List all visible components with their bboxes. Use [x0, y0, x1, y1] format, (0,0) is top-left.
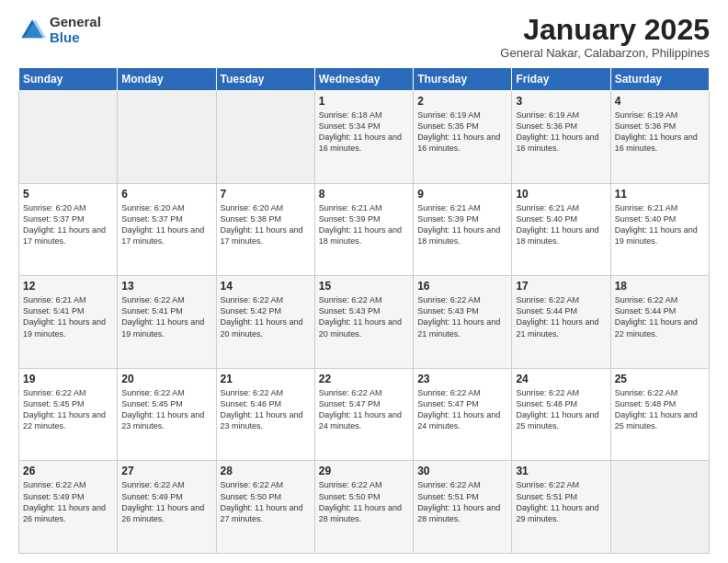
- calendar-day-cell: 23Sunrise: 6:22 AM Sunset: 5:47 PM Dayli…: [414, 368, 512, 461]
- calendar-day-cell: 12Sunrise: 6:21 AM Sunset: 5:41 PM Dayli…: [19, 276, 118, 369]
- weekday-header: Thursday: [414, 68, 512, 91]
- day-number: 29: [319, 465, 409, 477]
- weekday-header: Tuesday: [216, 68, 314, 91]
- page: General Blue January 2025 General Nakar,…: [0, 0, 728, 563]
- day-number: 27: [121, 465, 211, 477]
- day-number: 23: [417, 373, 507, 385]
- calendar-week-row: 12Sunrise: 6:21 AM Sunset: 5:41 PM Dayli…: [19, 276, 710, 369]
- calendar-day-cell: 29Sunrise: 6:22 AM Sunset: 5:50 PM Dayli…: [314, 461, 413, 554]
- calendar-day-cell: 7Sunrise: 6:20 AM Sunset: 5:38 PM Daylig…: [216, 183, 314, 276]
- calendar-day-cell: 14Sunrise: 6:22 AM Sunset: 5:42 PM Dayli…: [216, 276, 314, 369]
- calendar-day-cell: 27Sunrise: 6:22 AM Sunset: 5:49 PM Dayli…: [118, 461, 216, 554]
- day-number: 28: [221, 465, 311, 477]
- day-info: Sunrise: 6:22 AM Sunset: 5:48 PM Dayligh…: [516, 387, 606, 432]
- day-info: Sunrise: 6:22 AM Sunset: 5:49 PM Dayligh…: [121, 479, 211, 524]
- day-info: Sunrise: 6:20 AM Sunset: 5:37 PM Dayligh…: [23, 202, 113, 247]
- calendar-day-cell: 31Sunrise: 6:22 AM Sunset: 5:51 PM Dayli…: [512, 461, 610, 554]
- day-number: 26: [23, 465, 113, 477]
- day-info: Sunrise: 6:21 AM Sunset: 5:39 PM Dayligh…: [417, 202, 507, 247]
- calendar-day-cell: 8Sunrise: 6:21 AM Sunset: 5:39 PM Daylig…: [314, 183, 413, 276]
- logo-text: General Blue: [50, 15, 101, 45]
- day-info: Sunrise: 6:18 AM Sunset: 5:34 PM Dayligh…: [319, 109, 409, 155]
- calendar-day-cell: 17Sunrise: 6:22 AM Sunset: 5:44 PM Dayli…: [512, 276, 610, 369]
- calendar-day-cell: 26Sunrise: 6:22 AM Sunset: 5:49 PM Dayli…: [19, 461, 118, 554]
- day-info: Sunrise: 6:21 AM Sunset: 5:40 PM Dayligh…: [615, 202, 705, 247]
- day-info: Sunrise: 6:19 AM Sunset: 5:35 PM Dayligh…: [417, 109, 507, 155]
- logo-blue-text: Blue: [50, 30, 101, 46]
- day-info: Sunrise: 6:22 AM Sunset: 5:45 PM Dayligh…: [23, 387, 113, 432]
- day-number: 14: [221, 280, 311, 293]
- calendar-day-cell: 16Sunrise: 6:22 AM Sunset: 5:43 PM Dayli…: [414, 276, 512, 369]
- day-info: Sunrise: 6:22 AM Sunset: 5:43 PM Dayligh…: [319, 294, 409, 339]
- calendar-day-cell: 15Sunrise: 6:22 AM Sunset: 5:43 PM Dayli…: [314, 276, 413, 369]
- day-number: 30: [417, 465, 507, 477]
- day-info: Sunrise: 6:22 AM Sunset: 5:41 PM Dayligh…: [121, 294, 211, 339]
- calendar-day-cell: 5Sunrise: 6:20 AM Sunset: 5:37 PM Daylig…: [19, 183, 118, 276]
- day-number: 6: [121, 188, 211, 201]
- day-info: Sunrise: 6:19 AM Sunset: 5:36 PM Dayligh…: [615, 109, 705, 155]
- header: General Blue January 2025 General Nakar,…: [18, 15, 710, 60]
- calendar-day-cell: 22Sunrise: 6:22 AM Sunset: 5:47 PM Dayli…: [314, 368, 413, 461]
- day-info: Sunrise: 6:22 AM Sunset: 5:47 PM Dayligh…: [319, 387, 409, 432]
- day-number: 21: [221, 373, 311, 385]
- day-number: 15: [319, 280, 409, 293]
- day-info: Sunrise: 6:20 AM Sunset: 5:38 PM Dayligh…: [221, 202, 311, 247]
- calendar-day-cell: 3Sunrise: 6:19 AM Sunset: 5:36 PM Daylig…: [512, 91, 610, 184]
- day-info: Sunrise: 6:22 AM Sunset: 5:49 PM Dayligh…: [23, 479, 113, 524]
- day-number: 25: [615, 373, 705, 385]
- day-number: 22: [319, 373, 409, 385]
- day-info: Sunrise: 6:22 AM Sunset: 5:50 PM Dayligh…: [221, 479, 311, 524]
- day-info: Sunrise: 6:20 AM Sunset: 5:37 PM Dayligh…: [121, 202, 211, 247]
- day-number: 18: [615, 280, 705, 293]
- title-block: January 2025 General Nakar, Calabarzon, …: [500, 15, 710, 60]
- calendar-day-cell: 10Sunrise: 6:21 AM Sunset: 5:40 PM Dayli…: [512, 183, 610, 276]
- day-info: Sunrise: 6:22 AM Sunset: 5:45 PM Dayligh…: [121, 387, 211, 432]
- day-number: 11: [615, 188, 705, 201]
- day-info: Sunrise: 6:21 AM Sunset: 5:40 PM Dayligh…: [516, 202, 606, 247]
- calendar-day-cell: 30Sunrise: 6:22 AM Sunset: 5:51 PM Dayli…: [414, 461, 512, 554]
- title-month: January 2025: [500, 15, 710, 44]
- day-info: Sunrise: 6:22 AM Sunset: 5:51 PM Dayligh…: [417, 479, 507, 524]
- day-number: 2: [417, 95, 507, 108]
- calendar-day-cell: 20Sunrise: 6:22 AM Sunset: 5:45 PM Dayli…: [118, 368, 216, 461]
- day-info: Sunrise: 6:22 AM Sunset: 5:43 PM Dayligh…: [417, 294, 507, 339]
- calendar-day-cell: 21Sunrise: 6:22 AM Sunset: 5:46 PM Dayli…: [216, 368, 314, 461]
- day-info: Sunrise: 6:22 AM Sunset: 5:51 PM Dayligh…: [516, 479, 606, 524]
- day-number: 8: [319, 188, 409, 201]
- weekday-header: Wednesday: [314, 68, 413, 91]
- day-number: 16: [417, 280, 507, 293]
- day-number: 3: [516, 95, 606, 108]
- weekday-header: Friday: [512, 68, 610, 91]
- day-number: 9: [417, 188, 507, 201]
- day-info: Sunrise: 6:22 AM Sunset: 5:46 PM Dayligh…: [221, 387, 311, 432]
- weekday-header: Monday: [118, 68, 216, 91]
- day-info: Sunrise: 6:22 AM Sunset: 5:44 PM Dayligh…: [516, 294, 606, 339]
- title-location: General Nakar, Calabarzon, Philippines: [500, 46, 710, 60]
- day-number: 5: [23, 188, 113, 201]
- calendar-day-cell: 4Sunrise: 6:19 AM Sunset: 5:36 PM Daylig…: [610, 91, 709, 184]
- day-number: 20: [121, 373, 211, 385]
- calendar-day-cell: 11Sunrise: 6:21 AM Sunset: 5:40 PM Dayli…: [610, 183, 709, 276]
- day-info: Sunrise: 6:21 AM Sunset: 5:41 PM Dayligh…: [23, 294, 113, 339]
- day-number: 4: [615, 95, 705, 108]
- calendar-table: SundayMondayTuesdayWednesdayThursdayFrid…: [18, 67, 710, 554]
- day-info: Sunrise: 6:22 AM Sunset: 5:47 PM Dayligh…: [417, 387, 507, 432]
- calendar-day-cell: [610, 461, 709, 554]
- logo-general: General: [50, 15, 101, 30]
- calendar-week-row: 5Sunrise: 6:20 AM Sunset: 5:37 PM Daylig…: [19, 183, 710, 276]
- calendar-day-cell: 24Sunrise: 6:22 AM Sunset: 5:48 PM Dayli…: [512, 368, 610, 461]
- day-number: 13: [121, 280, 211, 293]
- logo: General Blue: [18, 15, 101, 45]
- calendar-day-cell: 13Sunrise: 6:22 AM Sunset: 5:41 PM Dayli…: [118, 276, 216, 369]
- calendar-day-cell: 18Sunrise: 6:22 AM Sunset: 5:44 PM Dayli…: [610, 276, 709, 369]
- calendar-day-cell: [118, 91, 216, 184]
- calendar-day-cell: [19, 91, 118, 184]
- calendar-day-cell: [216, 91, 314, 184]
- logo-icon: [18, 17, 46, 44]
- calendar-day-cell: 6Sunrise: 6:20 AM Sunset: 5:37 PM Daylig…: [118, 183, 216, 276]
- day-number: 7: [221, 188, 311, 201]
- calendar-week-row: 1Sunrise: 6:18 AM Sunset: 5:34 PM Daylig…: [19, 91, 710, 184]
- calendar-week-row: 26Sunrise: 6:22 AM Sunset: 5:49 PM Dayli…: [19, 461, 710, 554]
- day-number: 24: [516, 373, 606, 385]
- day-number: 12: [23, 280, 113, 293]
